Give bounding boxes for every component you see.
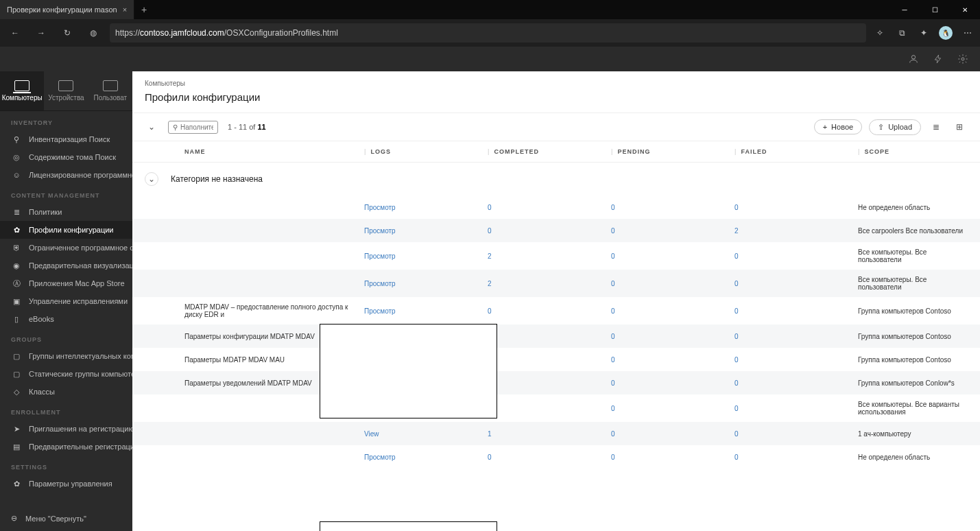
user-icon[interactable] [907,53,920,65]
close-icon[interactable]: × [123,5,127,14]
failed-link[interactable]: 0 [734,356,739,364]
th-completed[interactable]: COMPLETED [494,148,540,155]
close-window-icon[interactable]: ✕ [950,0,980,19]
table-row[interactable]: Просмотр200Все компьютеры. Все пользоват… [132,242,980,270]
pending-link[interactable]: 0 [611,356,615,364]
pending-link[interactable]: 0 [611,333,615,340]
sidebar-item-inventory-search[interactable]: ⚲Инвентаризация Поиск [0,130,132,148]
sidebar-item-patch-management[interactable]: ▣Управление исправлениями [0,292,132,310]
completed-link[interactable]: 0 [488,453,492,461]
table-row[interactable]: Просмотр000Не определен область [132,445,980,469]
sidebar-item-smart-groups[interactable]: ▢Группы интеллектуальных компьютеро [0,347,132,365]
refresh-icon[interactable]: ↻ [58,23,77,43]
th-failed[interactable]: FAILED [741,148,767,155]
completed-link[interactable]: 2 [488,280,492,287]
table-row[interactable]: Параметры MDATP MDAV MAUПросмотр000Групп… [132,348,980,371]
th-scope[interactable]: SCOPE [865,148,890,155]
maximize-icon[interactable]: ☐ [920,0,950,19]
upload-button[interactable]: ⇪Upload [869,119,921,135]
logs-link[interactable]: Просмотр [364,307,396,315]
collapse-all-button[interactable]: ⌄ [145,120,158,134]
logs-link[interactable]: View [364,430,379,438]
pending-link[interactable]: 0 [611,227,615,235]
sidebar-item-static-groups[interactable]: ▢Статические группы компьютеров [0,365,132,383]
sidebar-item-volume-search[interactable]: ◎Содержимое тома Поиск [0,148,132,166]
sidebar-item-licensed-software[interactable]: ☺Лицензированное программное об [0,166,132,184]
failed-link[interactable]: 0 [734,333,739,340]
sidebar-item-management-settings[interactable]: ✿Параметры управления [0,475,132,493]
collapse-menu-button[interactable]: ⊖ Меню "Свернуть" [11,514,86,523]
sidebar-item-app-store[interactable]: ⒶПриложения Mac App Store [0,274,132,292]
failed-link[interactable]: 2 [734,227,739,235]
table-row[interactable]: Параметры конфигурации MDATP MDAVПросмот… [132,324,980,348]
pending-link[interactable]: 0 [611,252,615,260]
table-row[interactable]: Параметры уведомлений MDATP MDAVПросмотр… [132,371,980,394]
search-input[interactable]: ⚲ [168,121,218,134]
failed-link[interactable]: 0 [734,204,739,211]
bolt-icon[interactable] [932,53,944,65]
sidebar-item-ebooks[interactable]: ▯eBooks [0,310,132,328]
sidebar-item-prestage-imaging[interactable]: ◉Предварительная визуализация [0,257,132,274]
favorite-icon[interactable]: ✧ [873,26,887,40]
logs-link[interactable]: Просмотр [364,204,396,211]
failed-link[interactable]: 0 [734,405,739,412]
sidebar-tab-devices[interactable]: Устройства [44,71,88,110]
table-row[interactable]: View1001 ач-компьютеру [132,422,980,445]
pending-link[interactable]: 0 [611,204,615,211]
minimize-icon[interactable]: ─ [889,0,920,19]
pending-link[interactable]: 0 [611,379,615,387]
list-view-icon[interactable]: ≣ [928,119,944,135]
new-tab-button[interactable]: + [134,4,154,15]
sidebar-item-restricted-software[interactable]: ⛨Ограниченное программное обесп [0,239,132,257]
sidebar-item-config-profiles[interactable]: ✿Профили конфигурации [0,221,132,239]
forward-icon[interactable]: → [32,23,51,43]
table-row[interactable]: Просмотр002Все carpoolers Все пользовате… [132,219,980,242]
table-row[interactable]: Просмотр200Все компьютеры. Все пользоват… [132,270,980,297]
completed-link[interactable]: 0 [488,307,492,315]
logs-link[interactable]: Просмотр [364,227,396,235]
sidebar-item-prestage-enrollments[interactable]: ▤Предварительные регистрации [0,438,132,456]
completed-link[interactable]: 2 [488,252,492,260]
pending-link[interactable]: 0 [611,280,615,287]
pending-link[interactable]: 0 [611,405,615,412]
table-row[interactable]: MDATP MDAV – предоставление полного дост… [132,297,980,324]
th-pending[interactable]: PENDING [618,148,651,155]
back-icon[interactable]: ← [5,23,25,43]
th-logs[interactable]: LOGS [371,148,392,155]
browser-tab[interactable]: Проверки конфигурации mason × [0,0,134,19]
failed-link[interactable]: 0 [734,252,739,260]
sidebar-tab-computers[interactable]: Компьютеры [0,71,44,110]
gear-icon[interactable] [957,53,969,65]
failed-link[interactable]: 0 [734,453,739,461]
logs-link[interactable]: Просмотр [364,453,396,461]
url-bar[interactable]: https://contoso.jamfcloud.com/OSXConfigu… [110,23,866,43]
breadcrumb[interactable]: Компьютеры [132,71,980,87]
collections-icon[interactable]: ⧉ [895,26,909,40]
sidebar-tab-users[interactable]: Пользоват [88,71,132,110]
logs-link[interactable]: Просмотр [364,252,396,260]
table-row[interactable]: Просмотр000Не определен область [132,196,980,219]
sidebar-item-policies[interactable]: ≣Политики [0,203,132,221]
pending-link[interactable]: 0 [611,453,615,461]
extensions-icon[interactable]: ✦ [917,26,931,40]
pending-link[interactable]: 0 [611,307,615,315]
search-field[interactable] [180,123,213,131]
sidebar-item-classes[interactable]: ◇Классы [0,383,132,401]
completed-link[interactable]: 1 [488,430,492,438]
table-row[interactable]: Просмотр200Все компьютеры. Все варианты … [132,394,980,422]
chevron-down-icon[interactable]: ⌄ [145,172,158,186]
th-name[interactable]: NAME [145,148,364,155]
sidebar-item-invitations[interactable]: ➤Приглашения на регистрацию [0,420,132,438]
completed-link[interactable]: 0 [488,204,492,211]
pending-link[interactable]: 0 [611,430,615,438]
avatar[interactable]: 🐧 [939,26,953,40]
grid-view-icon[interactable]: ⊞ [951,119,968,135]
more-icon[interactable]: ⋯ [961,26,975,40]
failed-link[interactable]: 0 [734,379,739,387]
logs-link[interactable]: Просмотр [364,280,396,287]
failed-link[interactable]: 0 [734,280,739,287]
failed-link[interactable]: 0 [734,430,739,438]
completed-link[interactable]: 0 [488,227,492,235]
new-button[interactable]: +Новое [814,119,862,134]
failed-link[interactable]: 0 [734,307,739,315]
